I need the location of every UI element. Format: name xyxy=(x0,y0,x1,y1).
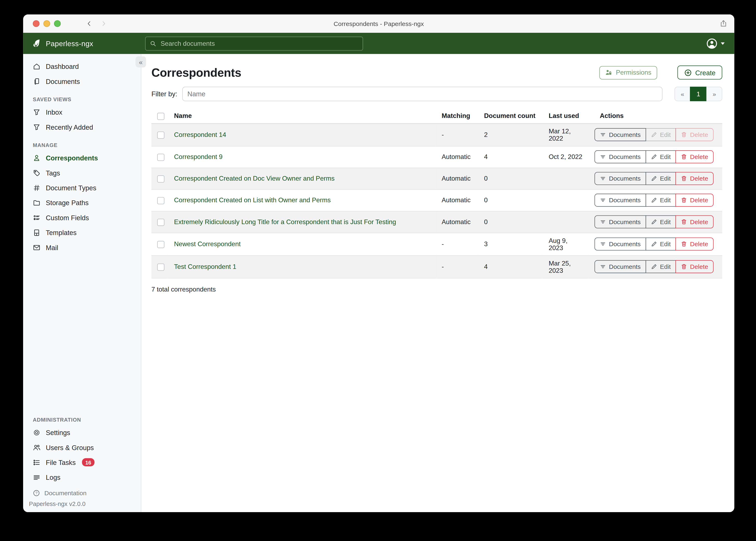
pagination-next-button[interactable]: » xyxy=(706,87,722,101)
column-header-actions: Actions xyxy=(589,109,722,124)
minimize-window-button[interactable] xyxy=(43,20,50,27)
documents-button[interactable]: Documents xyxy=(594,172,646,185)
table-row: Correspondent Created on List with Owner… xyxy=(151,190,722,211)
documents-button[interactable]: Documents xyxy=(594,261,646,273)
sidebar-collapse-button[interactable]: « xyxy=(136,56,146,67)
edit-button[interactable]: Edit xyxy=(645,129,676,142)
correspondent-link[interactable]: Correspondent 14 xyxy=(174,131,226,139)
sidebar-item-file-tasks[interactable]: File Tasks 16 xyxy=(23,455,141,470)
page-title: Correspondents xyxy=(151,66,241,79)
correspondent-link[interactable]: Test Correspondent 1 xyxy=(174,263,236,270)
correspondent-link[interactable]: Extremely Ridiculously Long Title for a … xyxy=(174,219,396,226)
documents-button[interactable]: Documents xyxy=(594,194,646,207)
window-title: Correspondents - Paperless-ngx xyxy=(23,20,734,27)
sidebar-item-inbox[interactable]: Inbox xyxy=(23,105,141,119)
sidebar: « Dashboard Documents SAVED VIEWS Inbox xyxy=(23,54,141,512)
correspondent-link[interactable]: Correspondent 9 xyxy=(174,153,223,161)
sidebar-item-label: Storage Paths xyxy=(46,199,89,207)
sidebar-item-correspondents[interactable]: Correspondents xyxy=(23,150,141,165)
column-header-last-used[interactable]: Last used xyxy=(543,109,589,124)
select-all-checkbox[interactable] xyxy=(157,113,164,120)
row-checkbox[interactable] xyxy=(157,264,164,271)
row-checkbox[interactable] xyxy=(157,154,164,161)
sidebar-item-tags[interactable]: Tags xyxy=(23,165,141,180)
question-circle-icon: ? xyxy=(33,489,40,497)
brand[interactable]: Paperless-ngx xyxy=(32,39,145,48)
edit-button[interactable]: Edit xyxy=(645,261,676,273)
sidebar-item-storage-paths[interactable]: Storage Paths xyxy=(23,195,141,210)
delete-button[interactable]: Delete xyxy=(676,172,713,185)
back-icon[interactable] xyxy=(86,20,93,27)
delete-button[interactable]: Delete xyxy=(676,216,713,229)
svg-text:?: ? xyxy=(35,491,37,495)
table-body: Correspondent 14 - 2 Mar 12, 2022 Docume… xyxy=(151,124,722,278)
traffic-lights xyxy=(33,20,61,27)
documents-button[interactable]: Documents xyxy=(594,216,646,229)
column-header-name[interactable]: Name xyxy=(167,109,436,124)
zoom-window-button[interactable] xyxy=(54,20,61,27)
row-checkbox[interactable] xyxy=(157,132,164,139)
sidebar-item-logs[interactable]: Logs xyxy=(23,470,141,484)
sidebar-item-settings[interactable]: Settings xyxy=(23,425,141,440)
edit-button[interactable]: Edit xyxy=(645,151,676,164)
create-button[interactable]: Create xyxy=(677,66,722,80)
documents-button[interactable]: Documents xyxy=(594,129,646,142)
hash-icon xyxy=(33,184,40,191)
search-input[interactable] xyxy=(159,39,358,47)
app-version: Paperless-ngx v2.0.0 xyxy=(23,498,141,507)
edit-button[interactable]: Edit xyxy=(645,172,676,185)
correspondent-link[interactable]: Correspondent Created on List with Owner… xyxy=(174,197,331,204)
filter-label: Filter by: xyxy=(151,90,177,98)
row-checkbox[interactable] xyxy=(157,241,164,248)
filter-name-input[interactable] xyxy=(182,87,663,101)
delete-button[interactable]: Delete xyxy=(676,151,713,164)
correspondent-link[interactable]: Newest Correspondent xyxy=(174,241,241,248)
delete-button[interactable]: Delete xyxy=(676,238,713,251)
cell-actions: Documents Edit Delete xyxy=(589,124,722,146)
row-checkbox[interactable] xyxy=(157,175,164,183)
sidebar-heading-administration: ADMINISTRATION xyxy=(23,417,141,422)
pagination-page-1[interactable]: 1 xyxy=(690,87,707,101)
sidebar-item-templates[interactable]: Templates xyxy=(23,225,141,240)
delete-button[interactable]: Delete xyxy=(676,129,713,142)
folder-icon xyxy=(33,199,40,207)
edit-button[interactable]: Edit xyxy=(645,194,676,207)
sidebar-item-custom-fields[interactable]: Custom Fields xyxy=(23,210,141,225)
edit-button[interactable]: Edit xyxy=(645,216,676,229)
row-checkbox[interactable] xyxy=(157,197,164,204)
cell-actions: Documents Edit Delete xyxy=(589,190,722,211)
plus-circle-icon xyxy=(684,69,692,76)
screen: Correspondents - Paperless-ngx Pa xyxy=(0,0,756,541)
close-window-button[interactable] xyxy=(33,20,40,27)
sidebar-item-document-types[interactable]: Document Types xyxy=(23,180,141,195)
cell-name: Correspondent Created on Doc View Owner … xyxy=(167,168,436,190)
sidebar-item-mail[interactable]: Mail xyxy=(23,240,141,255)
global-search[interactable] xyxy=(145,36,363,50)
filter-icon xyxy=(33,123,40,131)
column-header-document-count[interactable]: Document count xyxy=(478,109,543,124)
sidebar-item-documents[interactable]: Documents xyxy=(23,74,141,89)
row-checkbox[interactable] xyxy=(157,219,164,226)
documents-button[interactable]: Documents xyxy=(594,238,646,251)
users-icon xyxy=(33,443,40,451)
edit-button[interactable]: Edit xyxy=(645,238,676,251)
sidebar-item-documentation[interactable]: ? Documentation xyxy=(23,485,141,498)
cell-name: Newest Correspondent xyxy=(167,233,436,256)
permissions-button[interactable]: Permissions xyxy=(600,66,657,79)
delete-button[interactable]: Delete xyxy=(676,194,713,207)
correspondent-link[interactable]: Correspondent Created on Doc View Owner … xyxy=(174,175,335,182)
sidebar-item-recently-added[interactable]: Recently Added xyxy=(23,120,141,135)
pencil-icon xyxy=(651,219,657,225)
pencil-icon xyxy=(651,176,657,182)
column-header-matching[interactable]: Matching xyxy=(436,109,478,124)
pagination-prev-button[interactable]: « xyxy=(674,87,690,101)
sidebar-item-dashboard[interactable]: Dashboard xyxy=(23,59,141,74)
documents-button[interactable]: Documents xyxy=(594,151,646,164)
forward-icon[interactable] xyxy=(100,20,107,27)
delete-button[interactable]: Delete xyxy=(676,261,713,273)
sidebar-item-label: Templates xyxy=(46,229,77,236)
share-icon[interactable] xyxy=(719,19,728,27)
user-menu[interactable] xyxy=(706,38,725,49)
sidebar-item-users-groups[interactable]: Users & Groups xyxy=(23,440,141,455)
leaf-logo-icon xyxy=(32,39,41,48)
